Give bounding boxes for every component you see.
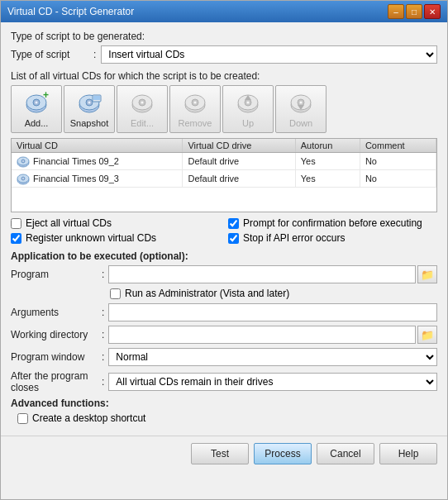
arguments-row: Arguments :: [11, 303, 437, 321]
svg-point-32: [22, 160, 24, 162]
options-left: Eject all virtual CDs Register unknown v…: [11, 217, 220, 247]
program-input[interactable]: [108, 265, 416, 283]
edit-button-label: Edit...: [131, 118, 154, 128]
eject-all-label: Eject all virtual CDs: [26, 217, 112, 229]
content-area: Type of script to be generated: Type of …: [1, 22, 447, 436]
run-as-admin-label: Run as Administrator (Vista and later): [125, 288, 289, 299]
test-button[interactable]: Test: [191, 443, 249, 464]
register-unknown-label: Register unknown virtual CDs: [26, 232, 156, 244]
help-button[interactable]: Help: [379, 443, 437, 464]
eject-all-checkbox[interactable]: [11, 218, 21, 229]
td-comment: No: [360, 153, 436, 170]
working-dir-folder-button[interactable]: 📁: [417, 326, 437, 344]
edit-button[interactable]: Edit...: [117, 85, 168, 133]
working-dir-input[interactable]: [108, 326, 416, 344]
td-autorun: Yes: [295, 170, 360, 188]
td-virtual-cd: Financial Times 09_2: [12, 153, 183, 170]
run-as-admin-checkbox[interactable]: [110, 288, 121, 299]
td-drive: Default drive: [183, 153, 295, 170]
table-header-row: Virtual CD Virtual CD drive Autorun Comm…: [12, 139, 436, 153]
main-window: Virtual CD - Script Generator – □ ✕ Type…: [0, 0, 448, 500]
script-type-section-label: Type of script to be generated:: [11, 31, 437, 42]
create-shortcut-label: Create a desktop shortcut: [32, 412, 145, 424]
window-title: Virtual CD - Script Generator: [7, 6, 134, 17]
prompt-confirm-row: Prompt for confirmation before executing: [228, 217, 437, 229]
up-icon: [235, 90, 261, 117]
td-virtual-cd: Financial Times 09_3: [12, 170, 183, 188]
run-as-admin-row: Run as Administrator (Vista and later): [110, 288, 437, 299]
script-type-row: Type of script : Insert virtual CDs Ejec…: [11, 45, 437, 64]
add-button[interactable]: + Add...: [11, 85, 62, 133]
svg-rect-10: [93, 96, 100, 100]
virtual-cds-section-label: List of all virtual CDs for which the sc…: [11, 70, 437, 82]
create-shortcut-checkbox[interactable]: [17, 413, 28, 424]
register-unknown-row: Register unknown virtual CDs: [11, 232, 220, 244]
program-colon: :: [102, 269, 104, 280]
program-window-colon: :: [102, 351, 104, 363]
table-row[interactable]: Financial Times 09_3 Default drive Yes N…: [12, 170, 436, 188]
td-drive: Default drive: [183, 170, 295, 188]
cancel-button[interactable]: Cancel: [317, 443, 374, 464]
prompt-confirm-label: Prompt for confirmation before executing: [243, 217, 422, 229]
svg-point-18: [194, 102, 197, 104]
arguments-input[interactable]: [108, 303, 437, 321]
script-type-colon: :: [93, 49, 96, 60]
minimize-button[interactable]: –: [388, 4, 404, 19]
up-button-label: Up: [242, 118, 254, 128]
col-drive: Virtual CD drive: [183, 139, 295, 153]
add-button-label: Add...: [25, 118, 49, 128]
program-folder-button[interactable]: 📁: [417, 265, 437, 283]
after-program-row: After the program closes : All virtual C…: [11, 370, 437, 393]
after-program-select[interactable]: All virtual CDs remain in their drives E…: [108, 373, 437, 391]
add-icon: +: [23, 90, 50, 117]
program-window-row: Program window : Normal Minimized Maximi…: [11, 348, 437, 366]
svg-point-14: [141, 102, 144, 104]
remove-icon: [182, 90, 208, 117]
program-window-label: Program window: [11, 351, 102, 363]
edit-icon: [129, 90, 155, 117]
prompt-confirm-checkbox[interactable]: [228, 218, 239, 229]
options-row: Eject all virtual CDs Register unknown v…: [11, 217, 437, 247]
script-type-select[interactable]: Insert virtual CDs Eject virtual CDs Run…: [101, 45, 437, 64]
footer: Test Process Cancel Help: [1, 436, 447, 471]
snapshot-icon: [76, 90, 102, 117]
table-row[interactable]: Financial Times 09_2 Default drive Yes N…: [12, 153, 436, 170]
program-window-select[interactable]: Normal Minimized Maximized Hidden: [108, 348, 437, 366]
folder-icon-2: 📁: [421, 329, 434, 341]
working-dir-colon: :: [102, 329, 104, 340]
titlebar-controls: – □ ✕: [388, 4, 441, 19]
svg-point-36: [22, 178, 24, 179]
svg-point-22: [247, 102, 250, 104]
virtual-cds-table-container[interactable]: Virtual CD Virtual CD drive Autorun Comm…: [11, 138, 437, 212]
arguments-colon: :: [102, 307, 104, 318]
program-row: Program : 📁: [11, 265, 437, 283]
stop-api-checkbox[interactable]: [228, 233, 239, 244]
virtual-cds-toolbar: + Add... Snapshot: [11, 85, 437, 133]
snapshot-button-label: Snapshot: [70, 118, 108, 128]
process-button[interactable]: Process: [254, 443, 312, 464]
col-comment: Comment: [360, 139, 436, 153]
after-program-label: After the program closes: [11, 370, 102, 393]
application-section-label: Application to be executed (optional):: [11, 250, 437, 262]
titlebar: Virtual CD - Script Generator – □ ✕: [1, 1, 447, 22]
script-type-label: Type of script: [11, 49, 93, 60]
down-icon: [288, 90, 314, 117]
svg-point-8: [88, 102, 91, 104]
working-dir-row: Working directory : 📁: [11, 326, 437, 344]
td-comment: No: [360, 170, 436, 188]
svg-point-3: [36, 102, 38, 104]
close-button[interactable]: ✕: [424, 4, 441, 19]
down-button[interactable]: Down: [275, 85, 326, 133]
svg-text:+: +: [43, 90, 49, 101]
td-autorun: Yes: [295, 153, 360, 170]
up-button[interactable]: Up: [222, 85, 274, 133]
create-shortcut-row: Create a desktop shortcut: [17, 412, 437, 424]
down-button-label: Down: [289, 118, 312, 128]
stop-api-row: Stop if API error occurs: [228, 232, 437, 244]
remove-button[interactable]: Remove: [169, 85, 221, 133]
stop-api-label: Stop if API error occurs: [243, 232, 345, 244]
snapshot-button[interactable]: Snapshot: [64, 85, 115, 133]
col-virtual-cd: Virtual CD: [12, 139, 183, 153]
maximize-button[interactable]: □: [406, 4, 422, 19]
register-unknown-checkbox[interactable]: [11, 233, 21, 244]
